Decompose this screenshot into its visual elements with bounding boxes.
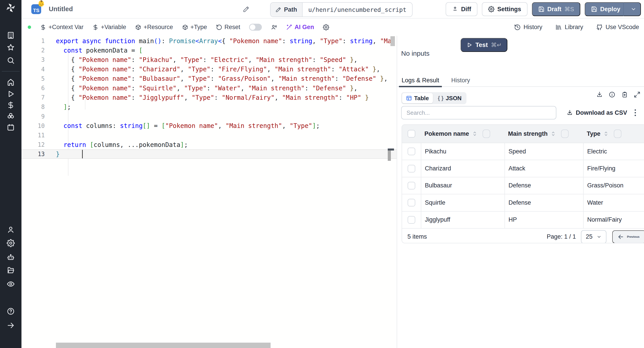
cell-pokemon-name: Pikachu [421, 143, 504, 160]
cell-pokemon-name: Charizard [421, 160, 504, 177]
deploy-dropdown-chevron[interactable] [626, 2, 640, 16]
settings-gear-icon[interactable] [7, 239, 15, 247]
header: TS 👶 Untitled Path u/henri/unencumbered_… [22, 0, 644, 18]
save-icon [538, 6, 544, 12]
ai-gen-button[interactable]: AI Gen [286, 24, 314, 31]
row-checkbox[interactable] [408, 216, 415, 224]
use-vscode-button[interactable]: Use VScode [596, 24, 639, 31]
reset-button[interactable]: Reset [216, 24, 240, 31]
code-line[interactable]: 3 { "Pokemon name": "Pikachu", "Type": "… [22, 55, 397, 64]
code-line[interactable]: 13 } [22, 150, 397, 159]
code-line[interactable]: 10 const columns: string[] = ["Pokemon n… [22, 121, 397, 130]
editor-settings-gear-icon[interactable] [323, 24, 329, 30]
code-line[interactable]: 12 return [columns, ...pokemonData]; [22, 140, 397, 150]
magic-wand-icon [286, 24, 292, 30]
edit-title-pencil-icon[interactable] [243, 6, 250, 12]
history-button[interactable]: History [514, 24, 542, 31]
tab-logs-result[interactable]: Logs & Result [402, 74, 439, 86]
code-line[interactable]: 6 { "Pokemon name": "Squirtle", "Type": … [22, 84, 397, 93]
library-button[interactable]: Library [555, 24, 583, 31]
code-line[interactable]: 2 const pokemonData = [ [22, 46, 397, 55]
info-icon[interactable] [609, 91, 616, 98]
page-size-select[interactable]: 25 [581, 230, 606, 243]
download-icon[interactable] [596, 91, 603, 98]
add-resource-button[interactable]: +Resource [135, 24, 173, 31]
toggle-knob [250, 24, 255, 30]
workspace-building-icon[interactable] [7, 31, 15, 39]
robot-icon[interactable] [7, 253, 15, 261]
code-line[interactable]: 7 { "Pokemon name": "Jigglypuff", "Type"… [22, 93, 397, 102]
code-editor[interactable]: 1 export async function main(): Promise<… [22, 36, 397, 348]
previous-page-button[interactable]: Previous [612, 230, 644, 243]
home-icon[interactable] [7, 78, 15, 86]
editor-horizontal-scrollbar[interactable] [56, 343, 270, 348]
view-json-button[interactable]: { } JSON [434, 93, 466, 103]
column-toggle[interactable] [614, 130, 622, 138]
code-lines[interactable]: 1 export async function main(): Promise<… [22, 36, 397, 159]
path-label: Path [284, 6, 297, 13]
eye-icon[interactable] [7, 280, 15, 288]
arrow-left-icon [618, 234, 624, 240]
line-number: 9 [22, 113, 45, 120]
line-content: { "Pokemon name": "Bulbasaur", "Type": "… [45, 75, 388, 82]
code-line[interactable]: 4 { "Pokemon name": "Charizard", "Type":… [22, 65, 397, 74]
path-label-group[interactable]: Path [270, 3, 302, 16]
resources-boxes-icon[interactable] [7, 112, 15, 120]
search-icon[interactable] [7, 56, 15, 64]
table-row: Bulbasaur Defense Grass/Poison [402, 177, 644, 194]
code-line[interactable]: 1 export async function main(): Promise<… [22, 36, 397, 46]
favorites-star-icon[interactable] [7, 44, 15, 52]
user-icon[interactable] [7, 226, 15, 234]
expand-sidebar-arrow-icon[interactable] [7, 322, 15, 330]
clipboard-copy-icon[interactable] [621, 91, 628, 98]
line-number: 13 [22, 151, 45, 158]
search-input[interactable] [401, 106, 556, 120]
path-value[interactable]: u/henri/unencumbered_script [302, 3, 412, 16]
download-csv-button[interactable]: Download as CSV [567, 109, 627, 116]
editor-vertical-scrollbar[interactable] [390, 36, 395, 46]
code-line[interactable]: 9 [22, 112, 397, 121]
add-context-var-button[interactable]: +Context Var [40, 24, 84, 31]
settings-button[interactable]: Settings [482, 2, 528, 16]
sort-icon[interactable] [472, 131, 478, 137]
add-variable-button[interactable]: +Variable [92, 24, 126, 31]
add-type-button[interactable]: +Type [182, 24, 207, 31]
collab-toggle[interactable] [249, 24, 262, 31]
row-checkbox[interactable] [408, 148, 415, 155]
row-checkbox[interactable] [408, 165, 415, 172]
path-field[interactable]: Path u/henri/unencumbered_script [270, 2, 412, 17]
row-checkbox[interactable] [408, 199, 415, 206]
cell-pokemon-name: Squirtle [421, 194, 504, 211]
schedules-calendar-icon[interactable] [7, 124, 15, 132]
select-all-checkbox[interactable] [408, 130, 415, 138]
test-button[interactable]: Test ⌘↵ [461, 38, 507, 52]
sort-icon[interactable] [603, 131, 609, 137]
view-table-button[interactable]: Table [402, 93, 433, 103]
code-line[interactable]: 5 { "Pokemon name": "Bulbasaur", "Type":… [22, 74, 397, 84]
diff-button[interactable]: Diff [446, 2, 478, 16]
sort-icon[interactable] [550, 131, 556, 137]
deploy-button[interactable]: Deploy [585, 2, 641, 16]
table-footer: 5 items Page: 1 / 1 25 Previous [402, 228, 644, 243]
windmill-logo-icon[interactable] [6, 3, 16, 13]
maximize-icon[interactable] [634, 91, 640, 98]
row-checkbox[interactable] [408, 182, 415, 190]
code-line[interactable]: 8 ]; [22, 102, 397, 112]
cell-main-strength: HP [504, 212, 583, 228]
windmill-script-editor: TS 👶 Untitled Path u/henri/unencumbered_… [0, 0, 644, 348]
column-toggle[interactable] [482, 130, 490, 138]
multiplayer-users-icon[interactable] [271, 24, 277, 30]
draft-kbd-hint: ⌘S [564, 6, 574, 13]
folder-icon[interactable] [7, 266, 15, 274]
tab-history[interactable]: History [451, 74, 470, 86]
variables-dollar-icon[interactable] [7, 101, 15, 109]
help-icon[interactable] [7, 307, 15, 315]
column-toggle[interactable] [561, 130, 569, 138]
line-content: ]; [45, 103, 71, 111]
line-number: 10 [22, 122, 45, 129]
more-options-kebab-icon[interactable] [634, 109, 636, 116]
runs-play-icon[interactable] [7, 90, 15, 98]
code-line[interactable]: 11 [22, 130, 397, 140]
draft-button[interactable]: Draft ⌘S [532, 2, 580, 16]
cell-pokemon-name: Jigglypuff [421, 212, 504, 228]
